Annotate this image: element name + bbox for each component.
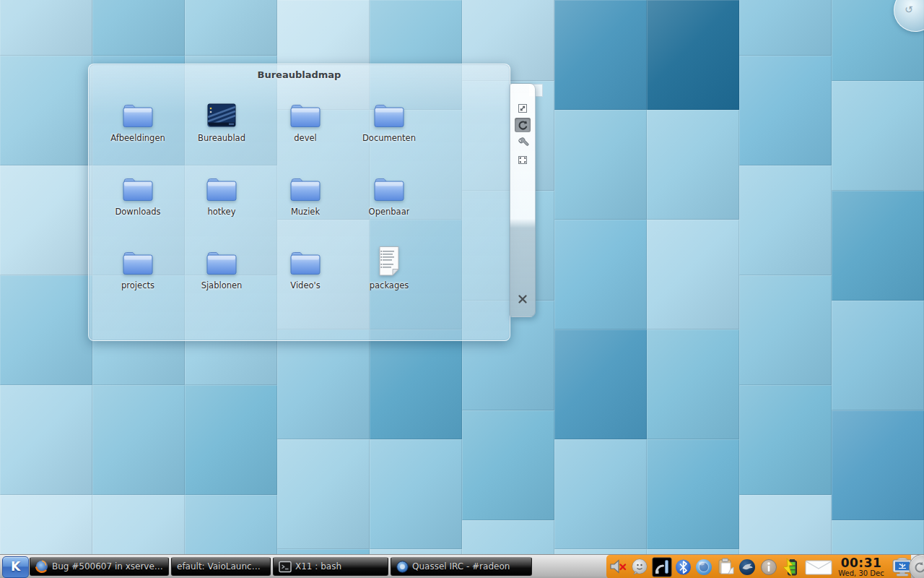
folder-item[interactable]: hotkey — [180, 163, 263, 236]
wallpaper-tile — [370, 329, 462, 439]
wallpaper-tile — [739, 385, 832, 495]
taskbar-task[interactable]: efault: VaioLauncher - [ — [171, 557, 271, 576]
task-title: X11 : bash — [295, 561, 341, 571]
wallpaper-tile — [0, 385, 92, 495]
wallpaper-tile — [739, 275, 832, 385]
clock-date: Wed, 30 Dec — [838, 570, 884, 577]
taskbar-task[interactable]: Quassel IRC - #radeon — [391, 557, 532, 576]
widget-handle[interactable] — [510, 83, 536, 317]
folder-icon — [372, 171, 406, 203]
folder-item-label: Downloads — [115, 207, 160, 217]
wallpaper-tile — [647, 329, 739, 439]
folder-item-label: Video's — [290, 280, 320, 290]
wallpaper-tile — [554, 110, 647, 220]
folder-view-title: Bureaubladmap — [89, 69, 510, 80]
folder-item-label: Afbeeldingen — [110, 133, 165, 143]
firefox-icon — [35, 560, 48, 573]
wallpaper-tile — [0, 165, 92, 275]
amarok-icon[interactable] — [738, 558, 757, 577]
maximize-button[interactable] — [515, 152, 531, 167]
folder-item[interactable]: Openbaar — [347, 163, 431, 236]
document-icon — [377, 245, 401, 277]
folder-item-label: Openbaar — [369, 207, 410, 217]
rotate-icon — [517, 119, 528, 131]
wallpaper-tile — [832, 81, 924, 191]
wallpaper-tile — [554, 220, 647, 329]
folder-item[interactable]: packages — [347, 236, 431, 310]
kmenu-launcher-button[interactable]: K — [2, 556, 29, 578]
folder-item[interactable]: Documenten — [347, 89, 431, 163]
folder-icon — [289, 98, 322, 129]
folder-item-label: Muziek — [291, 207, 320, 217]
wallpaper-tile — [739, 0, 832, 56]
task-list: Bug #500607 in xserver-xorg- efault: Vai… — [30, 557, 532, 576]
hide-arrow-icon — [912, 561, 924, 573]
wallpaper-tile — [647, 0, 739, 110]
folder-view-widget: Bureaubladmap Afbeeldingen Bureaublad — [88, 64, 510, 341]
klipper-clipboard-icon[interactable] — [716, 557, 736, 577]
folder-icon — [121, 171, 154, 203]
wallpaper-tile — [739, 165, 832, 275]
wallpaper-tile — [0, 0, 92, 56]
configure-button[interactable] — [515, 135, 531, 150]
folder-icon — [121, 245, 154, 277]
task-title: efault: VaioLauncher - [ — [177, 561, 265, 571]
folder-item[interactable]: devel — [263, 89, 347, 163]
task-title: Quassel IRC - #radeon — [412, 561, 510, 571]
folder-item[interactable]: Afbeeldingen — [96, 89, 180, 163]
mail-notifier-icon[interactable] — [804, 557, 833, 577]
network-globe-icon[interactable] — [694, 558, 714, 577]
wallpaper-tile — [185, 0, 277, 56]
clock-time: 00:31 — [841, 557, 882, 569]
folder-item[interactable]: Downloads — [96, 163, 180, 236]
folder-item[interactable]: Bureaublad — [180, 89, 263, 163]
wallpaper-tile — [554, 329, 647, 439]
instant-messenger-icon[interactable] — [630, 558, 650, 577]
maximize-icon — [517, 154, 528, 165]
folder-icon — [205, 171, 238, 203]
terminal-icon — [279, 561, 292, 573]
notifications-info-icon[interactable] — [759, 558, 778, 577]
folder-item[interactable]: projects — [96, 236, 180, 310]
folder-items-grid: Afbeeldingen Bureaublad devel Document — [96, 89, 431, 310]
quassel-icon — [396, 561, 409, 573]
resize-icon — [517, 103, 528, 114]
folder-icon — [289, 171, 322, 203]
wallpaper-tile — [462, 410, 554, 520]
wallpaper-tile — [0, 275, 92, 385]
wallpaper-tile — [277, 329, 370, 439]
wallpaper-tile — [370, 439, 462, 549]
folder-item[interactable]: Sjablonen — [180, 236, 263, 310]
task-title: Bug #500607 in xserver-xorg- — [52, 561, 163, 571]
wallpaper-column — [0, 0, 92, 578]
wallpaper-tile — [554, 0, 647, 110]
wallpaper-tile — [832, 191, 924, 301]
taskbar-task[interactable]: X11 : bash — [273, 557, 388, 576]
rotate-button[interactable] — [515, 118, 531, 132]
folder-icon — [205, 245, 238, 277]
wallpaper-tile — [185, 385, 277, 495]
desktop-icon — [205, 98, 238, 129]
taskbar-task[interactable]: Bug #500607 in xserver-xorg- — [30, 557, 169, 576]
close-button[interactable] — [515, 292, 531, 306]
folder-item[interactable]: Muziek — [263, 163, 347, 236]
folder-item[interactable]: Video's — [263, 236, 347, 310]
wallpaper-tile — [647, 110, 739, 220]
desktop: ↺ Bureaubladmap Afbeeldingen Bureaublad — [0, 0, 924, 578]
wallpaper-tile — [92, 385, 185, 495]
wallpaper-column — [739, 0, 832, 578]
network-manager-icon[interactable] — [652, 557, 672, 577]
wallpaper-tile — [647, 220, 739, 329]
digital-clock[interactable]: 00:31 Wed, 30 Dec — [835, 557, 887, 577]
folder-icon — [372, 98, 406, 129]
battery-charging-icon[interactable] — [780, 557, 802, 577]
resize-button[interactable] — [515, 101, 531, 116]
cashew-icon: ↺ — [905, 4, 913, 15]
system-tray: 00:31 Wed, 30 Dec — [606, 555, 911, 578]
volume-muted-icon[interactable] — [609, 558, 628, 577]
folder-item-label: devel — [294, 133, 316, 143]
bluetooth-icon[interactable] — [674, 558, 692, 577]
folder-item-label: packages — [370, 280, 409, 290]
folder-icon — [289, 245, 322, 277]
folder-item-label: projects — [121, 280, 154, 290]
